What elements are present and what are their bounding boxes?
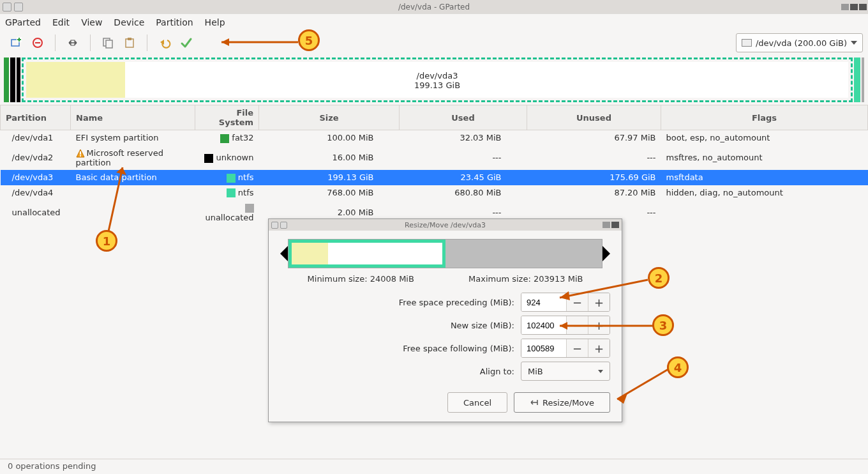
spin-following-plus[interactable]: + [588, 339, 610, 357]
label-following: Free space following (MiB): [374, 344, 514, 353]
dialog-diskmap[interactable] [280, 238, 610, 269]
resize-move-button[interactable] [64, 34, 82, 52]
svg-rect-12 [80, 155, 81, 157]
menu-device[interactable]: Device [114, 17, 144, 27]
svg-line-13 [108, 167, 123, 231]
resize-handle-right[interactable] [602, 246, 610, 261]
disk-map[interactable]: /dev/vda3199.13 GiB [0, 55, 868, 105]
col-partition[interactable]: Partition [1, 105, 71, 130]
new-partition-button[interactable] [7, 34, 25, 52]
toolbar: /dev/vda (200.00 GiB) [0, 31, 868, 55]
status-bar: 0 operations pending [0, 459, 868, 474]
annotation-5: 5 [298, 29, 320, 51]
diskmap-vda2[interactable] [10, 57, 15, 102]
resize-handle-left[interactable] [280, 246, 288, 261]
table-row[interactable]: /dev/vda1EFI system partition fat32100.0… [1, 130, 868, 146]
spin-following-minus[interactable]: − [566, 339, 588, 357]
titlebar: /dev/vda - GParted [0, 0, 868, 14]
svg-rect-6 [106, 40, 112, 48]
window-title: /dev/vda - GParted [0, 3, 868, 11]
col-name[interactable]: Name [71, 105, 195, 130]
annotation-4: 4 [667, 356, 689, 378]
dialog-min: Minimum size: 24008 MiB [308, 274, 414, 284]
device-label: /dev/vda (200.00 GiB) [756, 38, 847, 48]
diskmap-vda4[interactable] [854, 57, 860, 102]
menu-help[interactable]: Help [205, 17, 225, 27]
window-controls[interactable] [840, 4, 867, 10]
col-fs[interactable]: File System [195, 105, 259, 130]
device-selector[interactable]: /dev/vda (200.00 GiB) [736, 33, 863, 52]
status-text: 0 operations pending [8, 461, 96, 471]
diskmap-label: /dev/vda3199.13 GiB [24, 71, 851, 90]
undo-button[interactable] [156, 34, 174, 52]
svg-marker-22 [221, 38, 229, 46]
diskmap-gap [17, 57, 20, 102]
menu-view[interactable]: View [81, 17, 102, 27]
paste-button[interactable] [121, 34, 138, 52]
svg-rect-11 [80, 151, 81, 155]
svg-marker-18 [560, 322, 567, 330]
arrow-2 [552, 275, 654, 300]
menubar: GParted Edit View Device Partition Help [0, 14, 868, 31]
input-following[interactable] [521, 339, 566, 357]
menu-partition[interactable]: Partition [156, 17, 193, 27]
label-preceding: Free space preceding (MiB): [374, 298, 514, 307]
diskmap-vda3-selected[interactable]: /dev/vda3199.13 GiB [22, 57, 853, 102]
svg-marker-16 [560, 291, 570, 300]
apply-button[interactable] [177, 34, 195, 52]
menu-edit[interactable]: Edit [52, 17, 70, 27]
chevron-down-icon [851, 41, 857, 45]
annotation-3: 3 [652, 314, 674, 336]
col-flags[interactable]: Flags [661, 105, 868, 130]
delete-partition-button[interactable] [29, 34, 47, 52]
label-align: Align to: [374, 367, 514, 376]
cancel-button[interactable]: Cancel [447, 392, 507, 413]
col-used[interactable]: Used [400, 105, 527, 130]
annotation-2: 2 [648, 267, 670, 289]
chevron-down-icon [598, 370, 603, 373]
label-newsize: New size (MiB): [374, 321, 514, 330]
arrow-1 [96, 160, 134, 236]
copy-button[interactable] [99, 34, 117, 52]
diskmap-unalloc[interactable] [862, 57, 864, 102]
svg-line-19 [617, 369, 668, 399]
svg-marker-20 [617, 394, 627, 404]
col-unused[interactable]: Unused [527, 105, 661, 130]
annotation-1: 1 [96, 230, 117, 252]
disk-icon [742, 39, 752, 47]
col-size[interactable]: Size [259, 105, 400, 130]
menu-gparted[interactable]: GParted [5, 17, 41, 27]
arrow-4 [610, 364, 673, 409]
arrow-5 [214, 36, 303, 49]
resize-block[interactable] [288, 240, 445, 268]
resize-move-confirm-button[interactable]: Resize/Move [514, 392, 610, 413]
svg-rect-8 [128, 38, 131, 40]
diskmap-vda1[interactable] [4, 57, 9, 102]
spin-following: − + [521, 339, 610, 358]
combo-align[interactable]: MiB [521, 362, 610, 381]
svg-line-15 [560, 280, 648, 298]
dialog-title: Resize/Move /dev/vda3 [269, 221, 622, 229]
arrow-3 [552, 319, 661, 332]
